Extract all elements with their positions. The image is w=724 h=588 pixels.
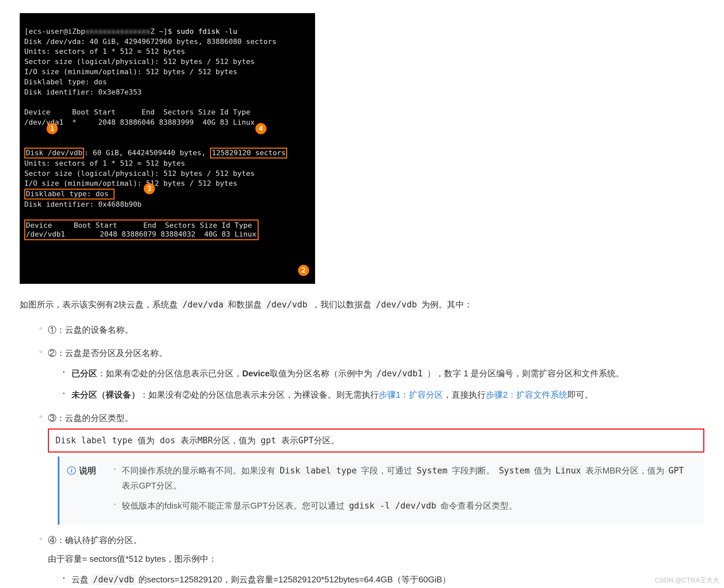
- blurred-hostname: xxxxxxxxxxxxxxx: [85, 26, 150, 37]
- highlight-disk-vdb: Disk /dev/vdb: [24, 148, 84, 158]
- highlight-partition-row: Device Boot Start End Sectors Size Id Ty…: [24, 219, 258, 240]
- badge-4: 4: [255, 123, 267, 134]
- badge-3: 3: [144, 183, 155, 194]
- badge-1: 1: [47, 123, 58, 134]
- info-icon: i: [67, 466, 76, 475]
- list-item-2: ②：云盘是否分区及分区名称。 已分区：如果有②处的分区信息表示已分区，Devic…: [39, 345, 704, 403]
- list-item-4a: 云盘 /dev/vdb 的sectors=125829120，则云盘容量=125…: [63, 572, 704, 587]
- highlight-disklabel: Disklabel type: dos: [24, 189, 115, 199]
- note-box: i 说明 不同操作系统的显示略有不同。如果没有 Disk label type …: [58, 457, 704, 525]
- intro-paragraph: 如图所示，表示该实例有2块云盘，系统盘 /dev/vda 和数据盘 /dev/v…: [20, 297, 704, 312]
- prompt: [ecs-user@iZbp: [24, 27, 85, 36]
- code-vdb: /dev/vdb: [264, 299, 309, 310]
- command: sudo fdisk -lu: [177, 27, 237, 36]
- list-item-4: ④：确认待扩容的分区。 由于容量= sectors值*512 bytes，图示例…: [39, 532, 704, 588]
- note-item-2: 较低版本的fdisk可能不能正常显示GPT分区表。您可以通过 gdisk -l …: [114, 498, 697, 513]
- code-vda: /dev/vda: [181, 299, 226, 310]
- highlight-sectors: 125829120 sectors: [210, 148, 287, 158]
- note-title: 说明: [79, 463, 96, 478]
- redbox-disklabel: Disk label type 值为 dos 表示MBR分区，值为 gpt 表示…: [48, 428, 704, 453]
- link-step1[interactable]: 步骤1：扩容分区: [379, 390, 443, 400]
- terminal-screenshot: [ecs-user@iZbpxxxxxxxxxxxxxxxZ ~]$ sudo …: [20, 13, 315, 284]
- link-step2[interactable]: 步骤2：扩容文件系统: [486, 390, 567, 400]
- list-item-2a: 已分区：如果有②处的分区信息表示已分区，Device取值为分区名称（示例中为 /…: [63, 366, 704, 381]
- list-item-3: ③：云盘的分区类型。 Disk label type 值为 dos 表示MBR分…: [39, 411, 704, 525]
- list-item-2b: 未分区（裸设备）：如果没有②处的分区信息表示未分区，为裸设备。则无需执行步骤1：…: [63, 387, 704, 403]
- main-list: ①：云盘的设备名称。 ②：云盘是否分区及分区名称。 已分区：如果有②处的分区信息…: [20, 322, 704, 588]
- badge-2: 2: [298, 265, 309, 276]
- watermark: CSDN @CTRA王大大: [655, 574, 719, 586]
- list-item-1: ①：云盘的设备名称。: [39, 322, 704, 338]
- note-item-1: 不同操作系统的显示略有不同。如果没有 Disk label type 字段，可通…: [114, 463, 697, 494]
